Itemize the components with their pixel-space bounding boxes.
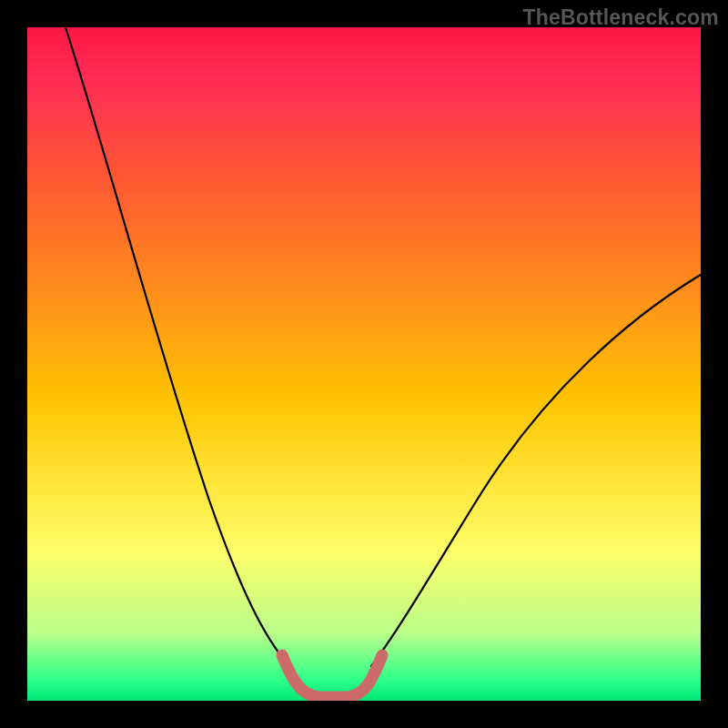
curve-valley-floor — [282, 655, 382, 697]
curve-right-branch — [371, 275, 701, 666]
curve-layer — [27, 27, 701, 701]
plot-area — [27, 27, 701, 701]
chart-frame: TheBottleneck.com — [0, 0, 728, 728]
curve-left-branch — [66, 27, 289, 666]
watermark-text: TheBottleneck.com — [522, 5, 719, 30]
